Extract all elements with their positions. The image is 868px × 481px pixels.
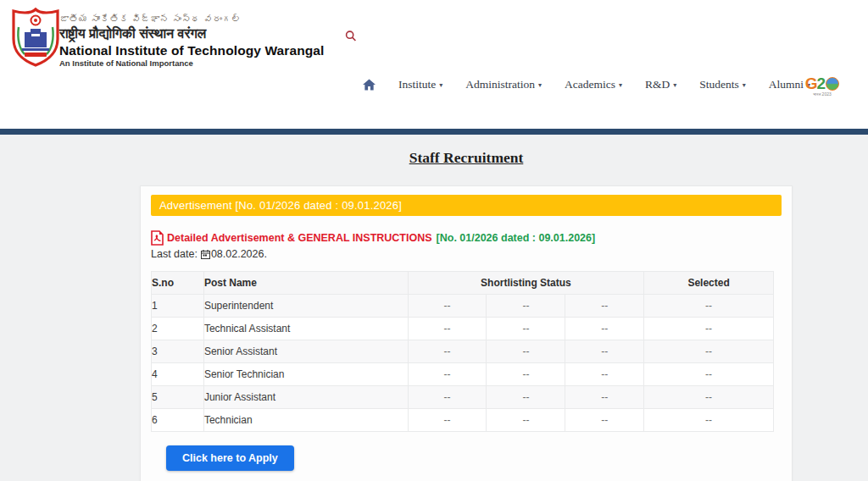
- cell-selected: --: [644, 295, 774, 318]
- recruitment-table-body: 1Superintendent--------2Technical Assist…: [152, 295, 774, 432]
- nav-item-institute[interactable]: Institute ▾: [398, 78, 442, 91]
- cell-status-2: --: [487, 340, 565, 363]
- chevron-down-icon: ▾: [538, 80, 542, 89]
- apply-button[interactable]: Click here to Apply: [166, 445, 294, 471]
- nav-label: Alumni: [769, 78, 804, 91]
- chevron-down-icon: ▾: [673, 80, 676, 89]
- nitw-logo: [9, 7, 62, 68]
- cell-sno: 2: [152, 318, 204, 340]
- g20-two: 2: [817, 75, 826, 92]
- cell-selected: --: [644, 340, 774, 363]
- cell-status-3: --: [565, 409, 644, 432]
- chevron-down-icon: ▾: [439, 80, 442, 89]
- cell-status-3: --: [565, 318, 644, 340]
- main-nav: Institute ▾ Administration ▾ Academics ▾…: [363, 78, 810, 91]
- table-row: 1Superintendent--------: [152, 295, 774, 318]
- cell-sno: 1: [152, 295, 204, 318]
- nav-label: Administration: [465, 78, 535, 91]
- col-header-selected: Selected: [644, 272, 774, 295]
- g20-g: G: [805, 75, 817, 92]
- cell-post-name: Senior Technician: [203, 363, 408, 386]
- cell-status-2: --: [487, 386, 565, 409]
- cell-status-3: --: [565, 295, 644, 318]
- cell-post-name: Superintendent: [203, 295, 408, 318]
- nav-home[interactable]: [363, 79, 376, 91]
- recruitment-card: Advertisement [No. 01/2026 dated : 09.01…: [140, 185, 793, 481]
- cell-status-2: --: [487, 363, 565, 386]
- advertisement-reference: [No. 01/2026 dated : 09.01.2026]: [437, 232, 596, 244]
- header-divider-bar: [0, 129, 868, 135]
- cell-post-name: Technician: [203, 409, 408, 432]
- cell-selected: --: [644, 318, 774, 340]
- cell-status-2: --: [487, 318, 565, 340]
- nav-item-administration[interactable]: Administration ▾: [465, 78, 542, 91]
- nav-item-students[interactable]: Students ▾: [699, 78, 746, 91]
- table-row: 3Senior Assistant--------: [152, 340, 774, 363]
- institute-tagline: An Institute of National Importance: [59, 59, 324, 69]
- table-row: 6Technician--------: [152, 409, 774, 432]
- table-row: 2Technical Assistant--------: [152, 318, 774, 340]
- last-date-row: Last date: 08.02.2026.: [151, 248, 782, 260]
- cell-status-1: --: [408, 363, 487, 386]
- chevron-down-icon: ▾: [619, 80, 622, 89]
- cell-selected: --: [644, 409, 774, 432]
- col-header-sno: S.no: [152, 272, 204, 295]
- nav-label: Institute: [398, 78, 436, 91]
- cell-status-3: --: [565, 340, 644, 363]
- nav-item-academics[interactable]: Academics ▾: [565, 78, 622, 91]
- cell-status-3: --: [565, 363, 644, 386]
- main-content: Staff Recruitment Advertisement [No. 01/…: [0, 135, 868, 481]
- detailed-advertisement-link[interactable]: Detailed Advertisement & GENERAL INSTRUC…: [167, 232, 432, 244]
- nav-label: Academics: [565, 78, 615, 91]
- cell-post-name: Senior Assistant: [203, 340, 408, 363]
- cell-sno: 4: [152, 363, 204, 386]
- cell-status-2: --: [487, 409, 565, 432]
- table-row: 5Junior Assistant--------: [152, 386, 774, 409]
- col-header-post-name: Post Name: [203, 272, 408, 295]
- cell-post-name: Junior Assistant: [203, 386, 408, 409]
- institute-name-hindi: राष्ट्रीय प्रौद्योगिकी संस्थान वरंगल: [59, 26, 324, 41]
- cell-status-1: --: [408, 386, 487, 409]
- advertisement-banner: Advertisement [No. 01/2026 dated : 09.01…: [151, 195, 782, 216]
- g20-logo[interactable]: G2 भारत 2023: [800, 75, 844, 97]
- home-icon: [363, 79, 376, 91]
- page-title: Staff Recruitment: [140, 149, 793, 167]
- nav-label: R&D: [645, 78, 670, 91]
- cell-sno: 3: [152, 340, 204, 363]
- cell-status-3: --: [565, 386, 644, 409]
- cell-sno: 5: [152, 386, 204, 409]
- cell-post-name: Technical Assistant: [203, 318, 408, 340]
- cell-status-1: --: [408, 318, 487, 340]
- chevron-down-icon: ▾: [743, 80, 746, 89]
- table-header-row: S.no Post Name Shortlisting Status Selec…: [152, 272, 774, 295]
- cell-status-1: --: [408, 409, 487, 432]
- nav-item-rd[interactable]: R&D ▾: [645, 78, 676, 91]
- cell-status-1: --: [408, 340, 487, 363]
- cell-selected: --: [644, 363, 774, 386]
- cell-status-2: --: [487, 295, 565, 318]
- cell-sno: 6: [152, 409, 204, 432]
- cell-status-1: --: [408, 295, 487, 318]
- recruitment-table: S.no Post Name Shortlisting Status Selec…: [151, 271, 774, 432]
- search-icon[interactable]: [342, 29, 359, 46]
- cell-selected: --: [644, 386, 774, 409]
- table-row: 4Senior Technician--------: [152, 363, 774, 386]
- site-header: జాతీయ సాంకేతిక విజ్ఞాన సంస్థ వరంగల్ राष्…: [0, 0, 868, 129]
- last-date-label: Last date:: [151, 248, 198, 260]
- last-date-value: 08.02.2026.: [211, 248, 267, 260]
- institute-name-telugu: జాతీయ సాంకేతిక విజ్ఞాన సంస్థ వరంగల్: [59, 14, 324, 25]
- pdf-file-icon: [151, 230, 164, 246]
- institute-name-english: National Institute of Technology Waranga…: [59, 43, 324, 58]
- col-header-shortlisting-status: Shortlisting Status: [408, 272, 644, 295]
- calendar-icon: [201, 250, 210, 259]
- g20-globe-icon: [826, 77, 839, 91]
- institute-titles: జాతీయ సాంకేతిక విజ్ఞాన సంస్థ వరంగల్ राष्…: [59, 14, 324, 69]
- nav-label: Students: [699, 78, 739, 91]
